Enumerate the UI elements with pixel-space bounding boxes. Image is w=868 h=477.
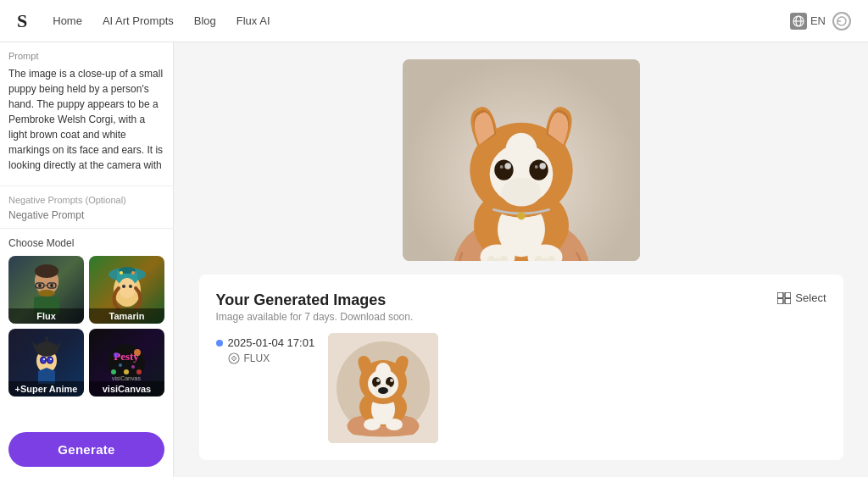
globe-icon xyxy=(790,13,807,30)
navbar: S Home AI Art Prompts Blog Flux AI EN xyxy=(0,0,868,42)
prompt-textarea[interactable]: The image is a close-up of a small puppy… xyxy=(8,66,164,176)
svg-point-37 xyxy=(111,369,116,374)
generated-title-group: Your Generated Images Image available fo… xyxy=(216,291,414,323)
negative-prompt-section: Negative Prompts (Optional) xyxy=(0,186,173,229)
model-card-tamarin[interactable]: Tamarin xyxy=(89,256,164,324)
generated-title: Your Generated Images xyxy=(216,291,414,309)
model-section: Choose Model xyxy=(0,229,173,405)
site-logo[interactable]: S xyxy=(17,10,27,32)
svg-point-53 xyxy=(539,163,545,169)
svg-point-30 xyxy=(47,358,52,363)
generated-meta: 2025-01-04 17:01 FLUX xyxy=(216,333,315,364)
main-content: Your Generated Images Image available fo… xyxy=(174,42,868,477)
prompt-label: Prompt xyxy=(8,51,164,61)
generate-button[interactable]: Generate xyxy=(8,432,164,467)
flux-model-icon xyxy=(228,352,240,364)
svg-point-51 xyxy=(529,160,548,180)
generated-subtitle: Image available for 7 days. Download soo… xyxy=(216,311,414,323)
super-anime-label: +Super Anime xyxy=(8,381,84,397)
svg-point-29 xyxy=(41,358,45,363)
language-selector[interactable]: EN xyxy=(790,13,826,30)
main-image-container xyxy=(403,59,640,261)
svg-point-21 xyxy=(131,271,135,275)
sidebar: Prompt The image is a close-up of a smal… xyxy=(0,42,174,477)
model-grid: Flux xyxy=(8,256,164,397)
svg-point-39 xyxy=(124,369,129,374)
select-icon xyxy=(777,292,791,304)
model-card-super-anime[interactable]: +Super Anime xyxy=(8,329,84,397)
model-card-visic[interactable]: Pesty visiCanvas xyxy=(89,329,164,397)
nav-ai-art-prompts[interactable]: AI Art Prompts xyxy=(103,14,174,27)
choose-model-label: Choose Model xyxy=(8,237,164,249)
main-layout: Prompt The image is a close-up of a smal… xyxy=(0,42,868,477)
generated-header: Your Generated Images Image available fo… xyxy=(216,291,826,323)
svg-rect-72 xyxy=(785,298,791,304)
svg-point-87 xyxy=(378,387,388,394)
svg-point-9 xyxy=(38,284,42,287)
nav-right: EN xyxy=(790,12,851,31)
generated-item: 2025-01-04 17:01 FLUX xyxy=(216,333,826,443)
nav-blog[interactable]: Blog xyxy=(194,14,216,27)
svg-rect-70 xyxy=(777,298,783,304)
svg-point-40 xyxy=(119,363,122,367)
svg-point-60 xyxy=(517,212,525,219)
svg-point-80 xyxy=(376,363,391,380)
nav-links: Home AI Art Prompts Blog Flux AI xyxy=(53,14,270,27)
lang-label: EN xyxy=(810,14,826,27)
svg-point-84 xyxy=(390,379,393,382)
svg-point-52 xyxy=(504,163,510,169)
svg-point-41 xyxy=(131,365,135,369)
svg-rect-71 xyxy=(785,292,791,298)
generated-section: Your Generated Images Image available fo… xyxy=(199,275,843,460)
svg-point-50 xyxy=(494,160,513,180)
tamarin-label: Tamarin xyxy=(89,308,164,324)
svg-point-18 xyxy=(122,285,125,288)
select-button[interactable]: Select xyxy=(777,291,826,304)
svg-point-89 xyxy=(386,419,403,430)
prompt-section: Prompt The image is a close-up of a smal… xyxy=(0,42,173,186)
svg-point-20 xyxy=(120,271,123,275)
generated-date: 2025-01-04 17:01 xyxy=(216,336,315,349)
svg-point-38 xyxy=(136,369,142,374)
svg-point-36 xyxy=(134,349,141,356)
svg-point-35 xyxy=(114,352,119,358)
svg-point-32 xyxy=(50,358,52,360)
thumb-inner xyxy=(328,333,438,443)
svg-point-88 xyxy=(364,419,381,430)
generated-model: FLUX xyxy=(228,352,315,364)
svg-text:visiCanvas: visiCanvas xyxy=(112,375,141,381)
nav-flux-ai[interactable]: Flux AI xyxy=(236,14,270,27)
flux-label: Flux xyxy=(8,308,84,324)
svg-point-59 xyxy=(501,178,541,207)
visic-label: visiCanvas xyxy=(89,381,164,397)
svg-rect-69 xyxy=(777,292,783,298)
generated-thumbnail[interactable] xyxy=(328,333,438,443)
nav-home[interactable]: Home xyxy=(53,14,82,27)
main-image xyxy=(403,59,640,261)
svg-point-19 xyxy=(129,285,132,288)
model-card-flux[interactable]: Flux xyxy=(8,256,84,324)
svg-point-83 xyxy=(376,379,380,382)
svg-point-11 xyxy=(38,290,55,297)
svg-point-17 xyxy=(119,278,136,298)
negative-prompt-label: Negative Prompts (Optional) xyxy=(8,195,164,205)
refresh-icon[interactable] xyxy=(832,12,851,31)
status-dot xyxy=(216,340,223,347)
svg-point-10 xyxy=(50,284,53,287)
svg-point-5 xyxy=(35,264,58,278)
negative-prompt-input[interactable] xyxy=(8,209,164,221)
select-label: Select xyxy=(795,291,826,304)
svg-point-55 xyxy=(534,165,537,169)
svg-point-31 xyxy=(43,358,45,360)
generate-btn-wrap: Generate xyxy=(0,422,173,477)
svg-point-54 xyxy=(499,165,503,169)
